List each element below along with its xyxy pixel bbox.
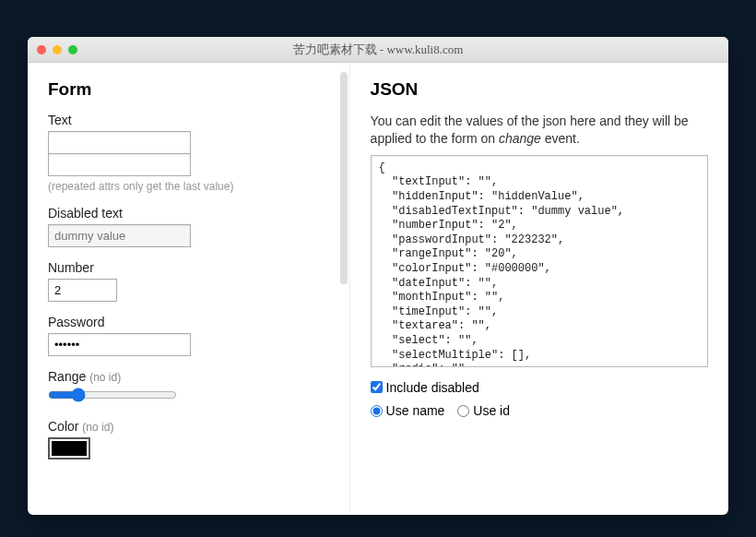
use-id-option[interactable]: Use id xyxy=(457,403,510,418)
text-input-1[interactable] xyxy=(48,131,191,154)
field-disabled-text: Disabled text xyxy=(48,206,329,247)
json-panel: JSON You can edit the values of the json… xyxy=(350,63,728,515)
label-password: Password xyxy=(48,315,329,329)
use-name-radio[interactable] xyxy=(371,405,383,417)
field-password: Password xyxy=(48,315,329,356)
include-disabled-checkbox[interactable] xyxy=(371,381,383,393)
disabled-text-input xyxy=(48,224,191,247)
json-textarea[interactable] xyxy=(371,155,708,367)
use-name-option[interactable]: Use name xyxy=(371,403,445,418)
number-input[interactable] xyxy=(48,279,117,302)
color-sublabel: (no id) xyxy=(82,421,113,434)
label-disabled-text: Disabled text xyxy=(48,206,329,221)
password-input[interactable] xyxy=(48,333,191,356)
range-sublabel: (no id) xyxy=(89,371,121,384)
form-panel: Form Text (repeated attrs only get the l… xyxy=(28,63,350,515)
json-heading: JSON xyxy=(371,79,708,100)
color-input[interactable] xyxy=(48,437,90,459)
content: Form Text (repeated attrs only get the l… xyxy=(28,63,728,515)
label-range: Range (no id) xyxy=(48,369,329,384)
scrollbar[interactable] xyxy=(340,72,348,284)
text-input-2[interactable] xyxy=(48,153,191,176)
field-number: Number xyxy=(48,260,329,302)
json-options: Include disabled Use name Use id xyxy=(371,380,708,420)
range-input[interactable] xyxy=(48,388,177,402)
label-color: Color (no id) xyxy=(48,419,329,434)
json-description: You can edit the values of the json here… xyxy=(371,113,708,148)
use-id-radio[interactable] xyxy=(457,405,469,417)
text-hint: (repeated attrs only get the last value) xyxy=(48,180,329,193)
window-title: 苦力吧素材下载 - www.kuli8.com xyxy=(28,42,728,58)
field-range: Range (no id) xyxy=(48,369,329,406)
app-window: 苦力吧素材下载 - www.kuli8.com Form Text (repea… xyxy=(28,37,728,515)
include-disabled-option[interactable]: Include disabled xyxy=(371,380,479,395)
field-color: Color (no id) xyxy=(48,419,329,459)
titlebar: 苦力吧素材下载 - www.kuli8.com xyxy=(28,37,728,63)
field-text: Text (repeated attrs only get the last v… xyxy=(48,113,329,193)
label-number: Number xyxy=(48,260,329,275)
form-heading: Form xyxy=(48,79,329,100)
label-text: Text xyxy=(48,113,329,127)
